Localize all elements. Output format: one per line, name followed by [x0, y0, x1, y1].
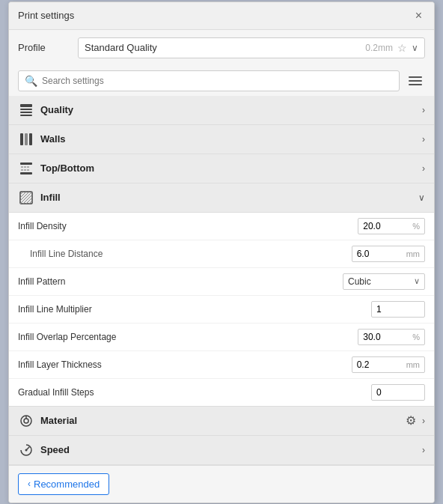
profile-hint: 0.2mm: [365, 43, 393, 53]
hamburger-line-1: [409, 76, 422, 78]
material-settings-icon[interactable]: ⚙: [406, 413, 416, 428]
section-header-speed[interactable]: Speed ›: [9, 436, 434, 465]
infill-title: Infill: [40, 192, 418, 203]
svg-rect-10: [24, 166, 26, 168]
profile-label: Profile: [18, 42, 70, 53]
search-box: 🔍: [18, 70, 400, 91]
recommended-button[interactable]: ‹ Recommended: [18, 473, 109, 495]
overlap-label: Infill Overlap Percentage: [18, 332, 358, 342]
svg-line-17: [20, 192, 26, 198]
thickness-input[interactable]: [352, 357, 405, 372]
svg-rect-7: [20, 163, 32, 165]
infill-settings: Infill Density % Infill Line Distance mm…: [9, 213, 434, 407]
pattern-label: Infill Pattern: [18, 276, 343, 287]
walls-chevron: ›: [422, 134, 425, 145]
svg-rect-3: [20, 115, 32, 116]
search-icon: 🔍: [25, 75, 37, 87]
quality-icon: [18, 102, 34, 118]
svg-rect-14: [27, 169, 29, 171]
title-bar: Print settings ×: [9, 2, 434, 30]
multiplier-input[interactable]: [372, 302, 424, 317]
density-label: Infill Density: [18, 221, 358, 231]
gradual-label: Gradual Infill Steps: [18, 387, 371, 398]
svg-rect-6: [29, 133, 32, 145]
thickness-label: Infill Layer Thickness: [18, 359, 352, 370]
svg-rect-5: [25, 133, 28, 145]
overlap-input[interactable]: [358, 330, 411, 344]
search-input[interactable]: [42, 76, 393, 86]
recommended-chevron-icon: ‹: [28, 479, 31, 489]
svg-rect-4: [20, 133, 23, 145]
line-distance-unit: mm: [405, 247, 424, 261]
profile-row: Profile Standard Quality 0.2mm ☆ ∨: [9, 30, 434, 66]
walls-title: Walls: [40, 133, 422, 145]
section-header-material[interactable]: Material ⚙ ›: [9, 407, 434, 436]
speed-title: Speed: [40, 444, 422, 455]
section-header-walls[interactable]: Walls ›: [9, 125, 434, 154]
svg-rect-8: [20, 172, 32, 174]
svg-rect-13: [24, 169, 26, 171]
window-title: Print settings: [18, 10, 74, 21]
hamburger-line-3: [409, 84, 422, 85]
quality-title: Quality: [40, 104, 422, 115]
speed-chevron: ›: [422, 445, 425, 455]
gradual-input-wrap: [371, 384, 425, 401]
recommended-label: Recommended: [34, 479, 100, 490]
svg-point-27: [25, 449, 28, 451]
setting-row-line-distance: Infill Line Distance mm: [9, 240, 434, 268]
line-distance-label: Infill Line Distance: [18, 249, 352, 259]
search-row: 🔍: [9, 66, 434, 96]
material-icon: [18, 413, 34, 429]
svg-line-19: [20, 192, 32, 204]
line-distance-input[interactable]: [352, 246, 405, 261]
svg-rect-1: [20, 109, 32, 110]
overlap-unit: %: [411, 330, 424, 344]
svg-point-24: [24, 419, 28, 423]
density-input[interactable]: [358, 219, 411, 234]
setting-row-density: Infill Density %: [9, 213, 434, 240]
settings-list: Quality › Walls ›: [9, 96, 434, 465]
topbottom-chevron: ›: [422, 163, 425, 174]
close-button[interactable]: ×: [412, 8, 425, 23]
setting-row-overlap: Infill Overlap Percentage %: [9, 324, 434, 351]
pattern-chevron-icon: ∨: [409, 274, 424, 288]
profile-select[interactable]: Standard Quality 0.2mm ☆ ∨: [78, 37, 425, 58]
multiplier-input-wrap: [371, 301, 425, 318]
topbottom-title: Top/Bottom: [40, 163, 422, 174]
svg-rect-11: [27, 166, 29, 168]
setting-row-multiplier: Infill Line Multiplier: [9, 296, 434, 324]
thickness-unit: mm: [405, 358, 424, 371]
topbottom-icon: [18, 160, 34, 177]
print-settings-panel: Print settings × Profile Standard Qualit…: [8, 1, 435, 503]
section-header-topbottom[interactable]: Top/Bottom ›: [9, 154, 434, 183]
svg-line-21: [26, 198, 32, 204]
walls-icon: [18, 131, 34, 148]
svg-rect-9: [21, 166, 23, 168]
material-chevron: ›: [422, 416, 425, 426]
line-distance-input-wrap: mm: [352, 246, 425, 262]
menu-button[interactable]: [406, 73, 425, 88]
material-title: Material: [40, 415, 406, 426]
thickness-input-wrap: mm: [352, 356, 425, 373]
setting-row-thickness: Infill Layer Thickness mm: [9, 351, 434, 379]
hamburger-line-2: [409, 80, 422, 82]
quality-chevron: ›: [422, 105, 425, 115]
svg-rect-2: [20, 112, 32, 113]
footer: ‹ Recommended: [9, 465, 434, 503]
section-header-quality[interactable]: Quality ›: [9, 96, 434, 125]
profile-value: Standard Quality: [85, 42, 362, 53]
density-unit: %: [411, 219, 424, 233]
svg-rect-0: [20, 104, 32, 107]
infill-chevron: ∨: [418, 192, 425, 203]
pattern-value: Cubic: [343, 274, 409, 289]
svg-rect-12: [21, 169, 23, 171]
setting-row-gradual: Gradual Infill Steps: [9, 379, 434, 406]
profile-star-icon: ☆: [397, 42, 407, 54]
speed-icon: [18, 442, 34, 458]
profile-chevron-icon: ∨: [412, 43, 418, 53]
overlap-input-wrap: %: [358, 329, 425, 345]
gradual-input[interactable]: [372, 385, 424, 400]
density-input-wrap: %: [358, 218, 425, 234]
pattern-select[interactable]: Cubic ∨: [343, 273, 425, 290]
section-header-infill[interactable]: Infill ∨: [9, 183, 434, 213]
